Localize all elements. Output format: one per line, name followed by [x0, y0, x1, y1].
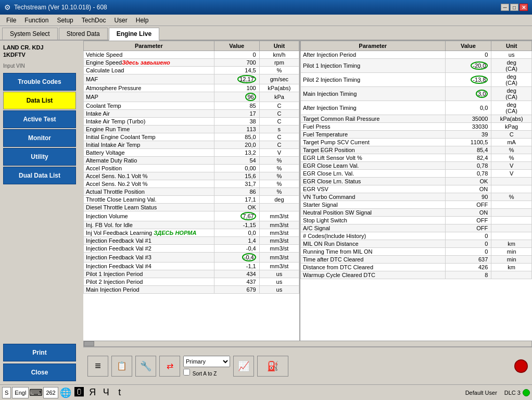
menu-user[interactable]: User: [110, 16, 131, 25]
right-unit-cell: us: [491, 51, 532, 59]
right-value-cell: ON: [445, 209, 491, 217]
right-unit-cell: [491, 201, 532, 209]
left-value-cell: 54: [214, 157, 259, 165]
left-table-row: Injection Feedback Val #11,4mm3/st: [84, 237, 299, 245]
primary-dropdown[interactable]: Primary Secondary: [183, 356, 230, 367]
toolbar-icon-swap[interactable]: ⇄: [159, 356, 180, 377]
tab-engine-live[interactable]: Engine Live: [109, 28, 159, 41]
left-table-row: Alternate Duty Ratio54%: [84, 157, 299, 165]
left-unit-cell: kPa: [259, 92, 299, 102]
close-button[interactable]: ✕: [520, 4, 528, 11]
left-param-cell: Engine Run Time: [84, 126, 214, 133]
left-value-header: Value: [214, 41, 259, 51]
left-unit-cell: us: [259, 286, 299, 294]
right-param-cell: Time after DTC Cleared: [301, 256, 446, 264]
left-param-cell: Inj Vol Feedback Learning ЗДЕСЬ НОРМА: [84, 229, 214, 237]
right-table-row: EGR VSVON: [301, 185, 532, 193]
sort-checkbox[interactable]: [183, 369, 190, 376]
left-unit-cell: s: [259, 126, 299, 133]
menu-function[interactable]: Function: [20, 16, 53, 25]
monitor-button[interactable]: Monitor: [3, 129, 76, 147]
left-param-cell: Injection Feedback Val #2: [84, 245, 214, 253]
right-table-row: Fuel Press33030kPag: [301, 123, 532, 131]
right-param-cell: EGR Lift Sensor Volt %: [301, 154, 446, 162]
right-unit-cell: km: [491, 264, 532, 271]
toolbar-icon-1[interactable]: ≡: [87, 356, 108, 377]
left-table-row: Injection Feedback Val #4-1,1mm3/st: [84, 262, 299, 270]
left-param-cell: Accel Position: [84, 165, 214, 172]
left-param-cell: Injection Feedback Val #1: [84, 237, 214, 245]
left-table-row: Vehicle Speed0km/h: [84, 51, 299, 59]
left-param-cell: MAF: [84, 74, 214, 84]
maximize-button[interactable]: □: [510, 4, 518, 11]
right-param-cell: Pilot 2 Injection Timing: [301, 73, 446, 87]
left-value-cell: 437: [214, 278, 259, 286]
right-table-row: Target EGR Position85,4%: [301, 146, 532, 154]
right-unit-cell: deg (CA): [491, 73, 532, 87]
close-main-button[interactable]: Close: [3, 364, 76, 381]
left-param-cell: Calculate Load: [84, 67, 214, 74]
print-button[interactable]: Print: [3, 344, 76, 361]
right-table-row: Target Common Rail Pressure35000kPa(abs): [301, 115, 532, 123]
left-param-cell: Intake Air Temp (Turbo): [84, 118, 214, 126]
left-table-row: Battery Voltage13,2V: [84, 149, 299, 157]
right-value-header: Value: [445, 41, 491, 51]
tab-stored-data[interactable]: Stored Data: [59, 28, 108, 40]
right-param-cell: EGR Close Lrn. Status: [301, 178, 446, 185]
trouble-codes-button[interactable]: Trouble Codes: [3, 73, 76, 91]
left-unit-cell: C: [259, 133, 299, 141]
menu-help[interactable]: Help: [132, 16, 153, 25]
right-param-cell: EGR VSV: [301, 185, 446, 193]
right-unit-cell: [491, 271, 532, 279]
toolbar-icon-wrench[interactable]: 🔧: [135, 356, 156, 377]
right-value-cell: 3,0: [445, 87, 491, 101]
utility-button[interactable]: Utility: [3, 148, 76, 166]
left-value-cell: 38: [214, 118, 259, 126]
right-table-row: Target Pump SCV Current1100,5mA: [301, 139, 532, 146]
right-unit-cell: min: [491, 256, 532, 264]
left-unit-cell: %: [259, 165, 299, 172]
sidebar: LAND CR. KDJ1KDFTV Input VIN Trouble Cod…: [0, 41, 83, 384]
toolbar-icon-graph[interactable]: 📈: [233, 356, 254, 377]
right-param-header: Parameter: [301, 41, 446, 51]
menu-techdoc[interactable]: TechDoc: [78, 16, 110, 25]
left-table: Parameter Value Unit Vehicle Speed0km/hE…: [83, 41, 299, 341]
left-param-cell: Injection Feedback Val #3: [84, 253, 214, 262]
left-value-cell: 0: [214, 51, 259, 59]
minimize-button[interactable]: ─: [501, 4, 509, 11]
left-value-cell: 12,17: [214, 74, 259, 84]
left-value-cell: 434: [214, 270, 259, 278]
left-unit-cell: %: [259, 188, 299, 196]
title-bar: ⚙ Techstream (Ver 10.10.018) - 608 ─ □ ✕: [0, 0, 532, 15]
right-value-cell: 0: [445, 240, 491, 248]
tab-system-select[interactable]: System Select: [2, 28, 58, 40]
right-unit-cell: deg (CA): [491, 59, 532, 73]
left-unit-cell: %: [259, 172, 299, 180]
left-unit-cell: C: [259, 102, 299, 110]
right-value-cell: 8: [445, 271, 491, 279]
data-list-button[interactable]: Data List: [3, 92, 76, 109]
right-value-cell: 637: [445, 256, 491, 264]
right-value-cell: ON: [445, 185, 491, 193]
dual-data-list-button[interactable]: Dual Data List: [3, 167, 76, 184]
left-unit-cell: gm/sec: [259, 74, 299, 84]
right-value-cell: 33030: [445, 123, 491, 131]
right-param-cell: # Codes(Include History): [301, 232, 446, 240]
left-param-cell: Pilot 1 Injection Period: [84, 270, 214, 278]
left-param-cell: Initial Intake Air Temp: [84, 141, 214, 149]
menu-setup[interactable]: Setup: [53, 16, 77, 25]
left-value-cell: 14,5: [214, 67, 259, 74]
right-value-cell: OFF: [445, 224, 491, 232]
left-param-cell: Main Injection Period: [84, 286, 214, 294]
left-unit-cell: C: [259, 118, 299, 126]
right-table-row: After Injection Period0us: [301, 51, 532, 59]
toolbar-icon-2[interactable]: 📋: [111, 356, 132, 377]
bottom-toolbar: ≡ 📋 🔧 ⇄ Primary Secondary Sort A to Z 📈 …: [83, 347, 532, 384]
horizontal-scrollbar[interactable]: [83, 341, 532, 347]
toolbar-icon-fuel[interactable]: ⛽: [257, 356, 288, 377]
right-value-cell: OK: [445, 178, 491, 185]
active-test-button[interactable]: Active Test: [3, 110, 76, 128]
record-button[interactable]: [514, 359, 528, 373]
menu-file[interactable]: File: [2, 16, 20, 25]
left-value-cell: 31,7: [214, 180, 259, 188]
